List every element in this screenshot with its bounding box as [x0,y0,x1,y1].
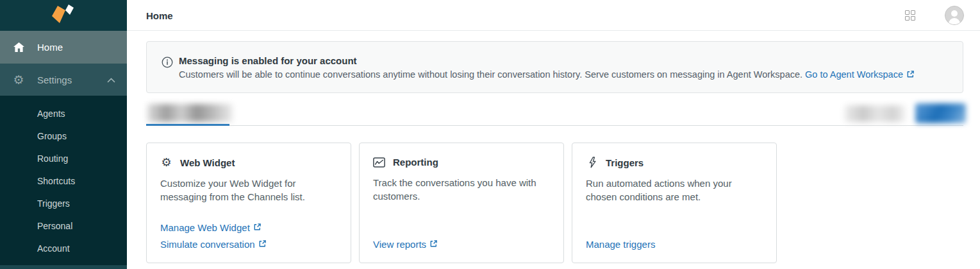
sidebar-item-account[interactable]: Account [0,237,127,259]
banner-text: Messaging is enabled for your account Cu… [179,55,952,82]
sidebar-item-agents[interactable]: Agents [0,102,127,125]
external-link-icon [253,221,262,234]
sidebar-item-label: Home [37,42,63,53]
home-icon [13,42,24,52]
app-window: Home ⚙ Settings Agents Groups Routing Sh… [0,0,980,269]
view-reports-link[interactable]: View reports [373,238,438,251]
manage-triggers-link[interactable]: Manage triggers [586,238,655,251]
chevron-up-icon [107,74,115,85]
banner-title: Messaging is enabled for your account [179,55,952,67]
manage-web-widget-link[interactable]: Manage Web Widget [160,221,262,234]
card-triggers: Triggers Run automated actions when your… [572,143,777,263]
sidebar-item-home[interactable]: Home [0,31,127,64]
sidebar-item-triggers[interactable]: Triggers [0,192,127,214]
banner-body: Customers will be able to continue conve… [179,68,952,82]
sidebar-item-personal[interactable]: Personal [0,214,127,237]
sidebar-item-shortcuts[interactable]: Shortcuts [0,169,127,192]
sidebar-item-groups[interactable]: Groups [0,125,127,147]
simulate-conversation-link[interactable]: Simulate conversation [160,238,267,251]
gear-icon: ⚙ [13,74,24,86]
redacted-primary-button[interactable] [915,103,966,123]
gear-outline-icon: ⚙ [160,157,172,168]
sidebar-bottom-item-partial [0,265,127,269]
redacted-active-tab-label[interactable] [147,104,233,122]
card-title: Reporting [393,157,438,168]
redacted-text [845,105,906,122]
lightning-bolt-icon [586,157,598,168]
card-title: Triggers [606,157,644,168]
external-link-icon [906,69,915,82]
avatar[interactable] [945,6,964,25]
logo-strip [0,0,127,31]
sidebar-item-label: Settings [37,74,72,85]
settings-submenu: Agents Groups Routing Shortcuts Triggers… [0,96,127,259]
card-description: Track the conversations you have with cu… [373,176,551,203]
go-to-agent-workspace-link[interactable]: Go to Agent Workspace [805,69,915,80]
feature-cards: ⚙ Web Widget Customize your Web Widget f… [146,143,777,263]
card-reporting: Reporting Track the conversations you ha… [359,143,564,263]
card-description: Run automated actions when your chosen c… [586,177,763,204]
sidebar-item-routing[interactable]: Routing [0,147,127,169]
card-description: Customize your Web Widget for messaging … [160,177,338,204]
info-icon [162,56,173,71]
main-content: Messaging is enabled for your account Cu… [127,31,980,269]
card-web-widget: ⚙ Web Widget Customize your Web Widget f… [146,143,351,263]
chat-logo-icon [50,4,77,27]
sidebar: Home ⚙ Settings Agents Groups Routing Sh… [0,0,127,269]
external-link-icon [258,238,267,251]
external-link-icon [429,238,438,251]
active-tab-underline [146,124,229,126]
page-header: Home [127,0,980,31]
messaging-info-banner: Messaging is enabled for your account Cu… [146,41,963,93]
sidebar-item-settings[interactable]: ⚙ Settings [0,64,127,96]
apps-grid-icon[interactable] [905,10,915,21]
tab-bar [146,103,963,126]
page-title: Home [146,0,173,31]
line-chart-icon [373,157,385,168]
card-title: Web Widget [180,157,235,168]
